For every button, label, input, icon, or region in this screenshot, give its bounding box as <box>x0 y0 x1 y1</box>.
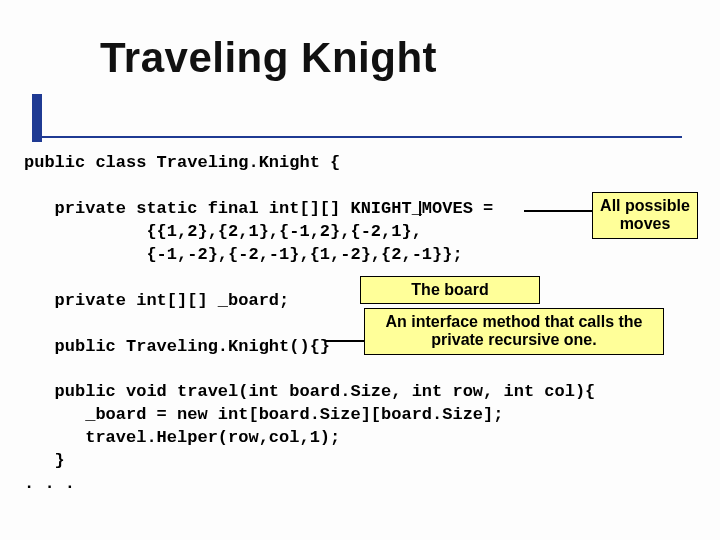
code-line: private int[][] _board; <box>24 291 289 310</box>
slide: Traveling Knight public class Traveling.… <box>0 0 720 540</box>
callout-board: The board <box>360 276 540 304</box>
code-line: {{1,2},{2,1},{-1,2},{-2,1}, <box>24 222 422 241</box>
title-underline <box>42 136 682 138</box>
connector-line <box>524 210 592 212</box>
callout-moves: All possible moves <box>592 192 698 239</box>
code-line: travel.Helper(row,col,1); <box>24 428 340 447</box>
code-line: private static final int[][] KNIGHT_MOVE… <box>24 199 493 218</box>
code-line: {-1,-2},{-2,-1},{1,-2},{2,-1}}; <box>24 245 463 264</box>
title-accent-bar <box>32 94 42 142</box>
slide-title: Traveling Knight <box>100 34 437 82</box>
code-line: } <box>24 451 65 470</box>
code-line: . . . <box>24 474 75 493</box>
code-line: public class Traveling.Knight { <box>24 153 340 172</box>
title-area: Traveling Knight <box>48 34 437 82</box>
code-line: public Traveling.Knight(){} <box>24 337 330 356</box>
code-line: public void travel(int board.Size, int r… <box>24 382 595 401</box>
connector-line <box>326 340 364 342</box>
callout-interface: An interface method that calls the priva… <box>364 308 664 355</box>
code-line: _board = new int[board.Size][board.Size]… <box>24 405 503 424</box>
